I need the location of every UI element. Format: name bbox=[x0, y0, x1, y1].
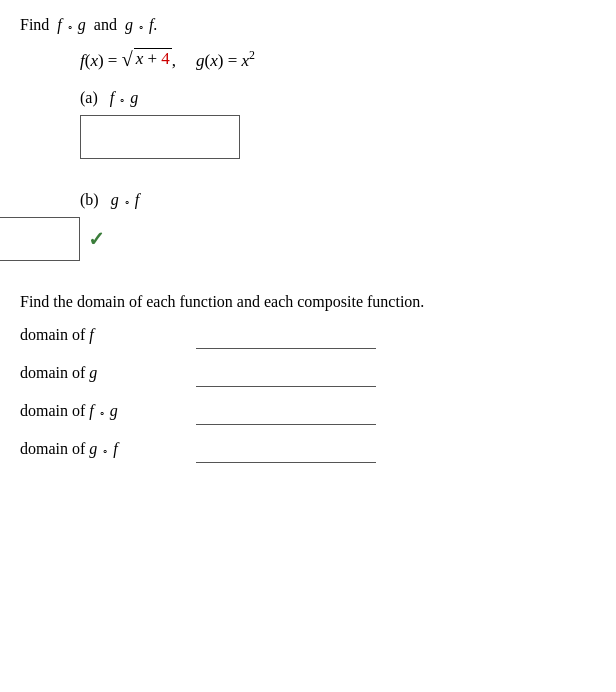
domain-of-g-label: domain of g bbox=[20, 364, 180, 382]
fx-definition: f(x) = √ x + 4 , bbox=[80, 48, 176, 71]
domain-of-f-label: domain of f bbox=[20, 326, 180, 344]
gx-definition: g(x) = x2 bbox=[196, 48, 255, 71]
circle-icon-4: ∘ bbox=[124, 196, 130, 207]
domain-of-fog-label: domain of f ∘ g bbox=[20, 402, 180, 420]
checkmark-icon: ✓ bbox=[88, 227, 105, 251]
part-b-gof-label: g ∘ f bbox=[111, 191, 139, 209]
part-a-letter: (a) bbox=[80, 89, 98, 107]
problem-header: Find f ∘ g and g ∘ f. bbox=[20, 16, 596, 34]
domain-of-gof-label: domain of g ∘ f bbox=[20, 440, 180, 458]
sqrt-symbol: √ bbox=[122, 49, 133, 69]
part-b-filled-answer: x + 4 bbox=[0, 217, 80, 261]
domain-of-g-input[interactable] bbox=[196, 359, 376, 387]
domain-of-f-row: domain of f bbox=[20, 321, 596, 349]
part-b-letter: (b) bbox=[80, 191, 99, 209]
f-label-header: f bbox=[149, 16, 153, 33]
part-a-fog-label: f ∘ g bbox=[110, 89, 138, 107]
part-a-answer-input[interactable] bbox=[80, 115, 240, 159]
domain-of-fog-input[interactable] bbox=[196, 397, 376, 425]
circle-icon-6: ∘ bbox=[102, 445, 108, 456]
domain-of-gof-input[interactable] bbox=[196, 435, 376, 463]
domain-of-gof-row: domain of g ∘ f bbox=[20, 435, 596, 463]
domain-section-header: Find the domain of each function and eac… bbox=[20, 293, 596, 311]
functions-line: f(x) = √ x + 4 , g(x) = x2 bbox=[80, 48, 596, 71]
circle-icon-2: ∘ bbox=[138, 21, 144, 32]
gof-label-header: g bbox=[125, 16, 133, 33]
domain-of-g-row: domain of g bbox=[20, 359, 596, 387]
g-label-header: g bbox=[78, 16, 86, 33]
domain-of-f-input[interactable] bbox=[196, 321, 376, 349]
circle-icon-3: ∘ bbox=[119, 94, 125, 105]
radicand: x + 4 bbox=[134, 48, 172, 69]
part-a-label-row: (a) f ∘ g bbox=[80, 89, 596, 107]
fog-label-header: f bbox=[57, 16, 61, 33]
part-b-answer-wrapper: x + 4 ✓ bbox=[80, 217, 596, 261]
circle-icon-1: ∘ bbox=[67, 21, 73, 32]
part-a-answer-wrapper bbox=[80, 115, 596, 159]
and-label: and bbox=[94, 16, 117, 33]
part-b-label-row: (b) g ∘ f bbox=[80, 191, 596, 209]
circle-icon-5: ∘ bbox=[99, 407, 105, 418]
domain-of-fog-row: domain of f ∘ g bbox=[20, 397, 596, 425]
